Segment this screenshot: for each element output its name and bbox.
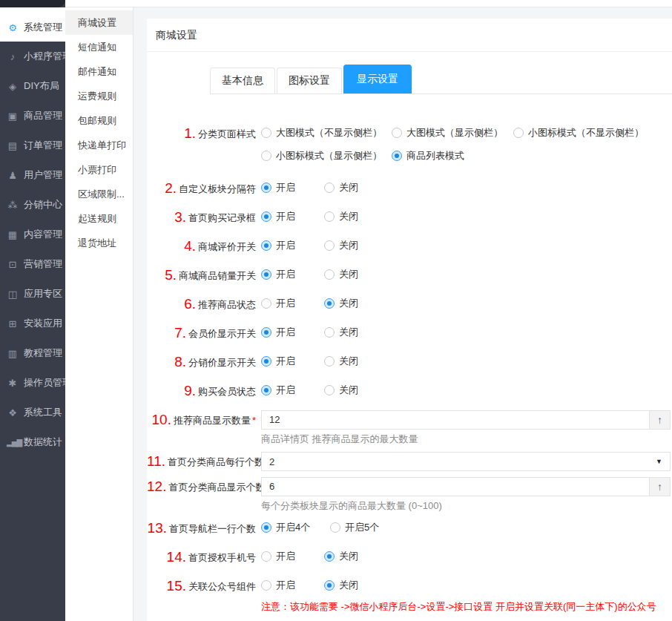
submenu-item-region-limit[interactable]: 区域限制... (65, 182, 133, 206)
recommend-goods-count-input[interactable]: 12 (262, 411, 649, 429)
row-label-buy-member-status: 9.购买会员状态 (147, 381, 261, 400)
radio-option-label: 小图标模式（显示侧栏） (276, 149, 382, 162)
form-row-home-category-count: 12.首页分类商品显示个数*6↑每个分类板块显示的商品最大数量 (0~100) (147, 477, 672, 513)
radio-option-label: 开启 (276, 297, 295, 310)
row-number-annotation: 6. (184, 296, 196, 312)
radio-option[interactable]: 开启 (261, 266, 324, 283)
row-label-home-auth-phone: 14.首页授权手机号 (147, 548, 261, 566)
page-title: 商城设置 (147, 19, 672, 52)
row-content-mall-review-switch: 开启关闭 (261, 237, 672, 254)
radio-group: 开启4个开启5个 (261, 519, 672, 536)
radio-option[interactable]: 开启 (261, 295, 324, 312)
submenu-item-mall-settings[interactable]: 商城设置 (65, 10, 133, 35)
radio-option[interactable]: 大图模式（不显示侧栏） (261, 124, 392, 141)
radio-unchecked-icon (261, 298, 271, 309)
radio-unchecked-icon (330, 522, 340, 533)
network-icon: ⁂ (7, 200, 19, 211)
submenu-item-free-shipping[interactable]: 包邮规则 (65, 108, 133, 133)
radio-option[interactable]: 关闭 (324, 548, 358, 565)
sidebar-item-distribution[interactable]: ⁂分销中心 (0, 190, 65, 220)
radio-option[interactable]: 开启5个 (330, 519, 399, 536)
submenu-item-receipt-print[interactable]: 小票打印 (65, 157, 133, 182)
radio-option[interactable]: 关闭 (324, 576, 358, 594)
radio-option-label: 关闭 (339, 239, 358, 252)
submenu-item-email-notify[interactable]: 邮件通知 (65, 59, 133, 84)
radio-option-label: 小图标模式（不显示侧栏） (528, 126, 644, 139)
radio-option[interactable]: 关闭 (324, 179, 358, 196)
radio-option[interactable]: 开启 (261, 548, 324, 565)
radio-option[interactable]: 开启 (261, 179, 324, 196)
tools-icon: ❖ (7, 407, 19, 418)
radio-unchecked-icon (324, 269, 335, 280)
sidebar-item-statistics[interactable]: ▂▅▇数据统计 (0, 427, 65, 457)
radio-option[interactable]: 开启 (261, 381, 324, 398)
radio-unchecked-icon (324, 183, 335, 193)
submenu-item-express-print[interactable]: 快递单打印 (65, 133, 133, 157)
radio-option[interactable]: 大图模式（显示侧栏） (392, 124, 513, 141)
form-row-recommend-goods-status: 6.推荐商品状态开启关闭 (147, 295, 672, 313)
home-category-per-row-select[interactable]: 2▼ (261, 452, 671, 471)
radio-option-label: 开启 (276, 550, 295, 563)
sidebar-item-diy-layout[interactable]: ◈DIY布局 (0, 71, 65, 101)
sidebar-item-marketing[interactable]: ⊡营销管理 (0, 249, 65, 279)
sidebar-item-label: 应用专区 (24, 287, 62, 300)
tab-display-settings[interactable]: 显示设置 (343, 65, 412, 93)
radio-option[interactable]: 开启4个 (261, 519, 330, 536)
form-row-official-account-component: 15.关联公众号组件开启关闭注意：该功能需要 ->微信小程序后台->设置->接口… (147, 576, 672, 614)
sidebar-item-miniprogram[interactable]: ♪小程序管理 (0, 42, 65, 71)
radio-option[interactable]: 商品列表模式 (392, 147, 464, 164)
radio-option[interactable]: 关闭 (324, 323, 358, 341)
radio-option[interactable]: 关闭 (324, 295, 358, 312)
radio-option[interactable]: 开启 (261, 576, 324, 594)
spinner-up-button[interactable]: ↑ (649, 478, 670, 496)
tab-basic-info[interactable]: 基本信息 (210, 68, 275, 93)
help-text: 商品详情页 推荐商品显示的最大数量 (261, 433, 672, 446)
arrow-up-icon: ↑ (657, 414, 662, 426)
radio-option[interactable]: 开启 (261, 352, 324, 369)
sidebar-item-install-apps[interactable]: ⊞安装应用 (0, 309, 65, 338)
sidebar-item-goods[interactable]: ▣商品管理 (0, 101, 65, 131)
sidebar-item-label: 用户管理 (24, 168, 62, 182)
sidebar-item-label: 数据统计 (24, 436, 62, 449)
radio-unchecked-icon (261, 128, 271, 138)
radio-checked-icon (324, 551, 335, 562)
row-number-annotation: 11. (147, 453, 165, 469)
sidebar-item-operators[interactable]: ✱操作员管理 (0, 368, 65, 398)
submenu-item-sms-notify[interactable]: 短信通知 (65, 35, 133, 59)
radio-option[interactable]: 关闭 (324, 237, 358, 254)
radio-option-label: 开启 (276, 579, 295, 592)
field-label: 购买会员状态 (198, 386, 256, 397)
radio-option[interactable]: 小图标模式（显示侧栏） (261, 147, 392, 164)
form-row-home-category-per-row: 11.首页分类商品每行个数2▼ (147, 452, 672, 471)
sidebar-item-app-zone[interactable]: ◫应用专区 (0, 279, 65, 309)
operator-gear-icon: ✱ (7, 378, 19, 389)
sidebar-item-system[interactable]: ⚙系统管理 (0, 13, 65, 42)
sidebar-item-label: 内容管理 (24, 228, 62, 241)
radio-option[interactable]: 关闭 (324, 352, 358, 369)
radio-option[interactable]: 关闭 (324, 381, 358, 398)
sidebar-item-orders[interactable]: ▤订单管理 (0, 131, 65, 160)
radio-option[interactable]: 关闭 (324, 266, 358, 283)
spinner-up-button[interactable]: ↑ (649, 411, 670, 429)
primary-sidebar: ⚙系统管理♪小程序管理◈DIY布局▣商品管理▤订单管理♟用户管理⁂分销中心▦内容… (0, 0, 65, 621)
row-number-annotation: 13. (148, 520, 167, 536)
sidebar-item-content[interactable]: ▦内容管理 (0, 220, 65, 249)
home-category-count-input[interactable]: 6 (262, 478, 649, 496)
sidebar-item-tools[interactable]: ❖系统工具 (0, 398, 65, 427)
radio-unchecked-icon (513, 128, 524, 138)
top-strip (65, 0, 672, 7)
row-content-recommend-goods-count: 12↑商品详情页 推荐商品显示的最大数量 (261, 410, 672, 446)
radio-option[interactable]: 开启 (261, 208, 324, 225)
submenu-item-min-order-rules[interactable]: 起送规则 (65, 206, 133, 231)
arrow-up-icon: ↑ (657, 481, 662, 493)
tab-icon-settings[interactable]: 图标设置 (277, 68, 342, 93)
sidebar-item-users[interactable]: ♟用户管理 (0, 160, 65, 190)
radio-option[interactable]: 小图标模式（不显示侧栏） (513, 124, 672, 141)
radio-option[interactable]: 开启 (261, 237, 324, 254)
radio-option[interactable]: 关闭 (324, 208, 358, 225)
radio-option[interactable]: 开启 (261, 323, 324, 341)
submenu-item-return-address[interactable]: 退货地址 (65, 231, 133, 255)
submenu-item-shipping-rules[interactable]: 运费规则 (65, 84, 133, 108)
sidebar-item-tutorials[interactable]: ▥教程管理 (0, 338, 65, 368)
form-row-home-purchase-record: 3.首页购买记录框开启关闭 (147, 208, 672, 226)
